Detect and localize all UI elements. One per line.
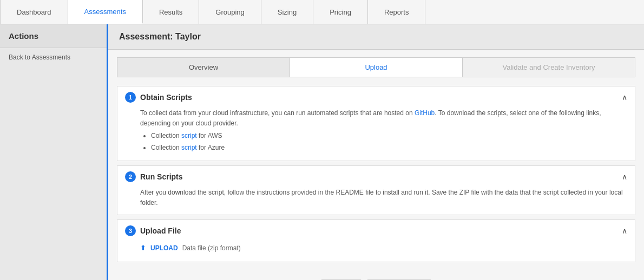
section-upload-file: 3 Upload File ∧ ⬆ UPLOAD Data file (zip … bbox=[117, 219, 635, 262]
back-to-assessments-link[interactable]: Back to Assessments bbox=[0, 48, 107, 66]
section-obtain-scripts: 1 Obtain Scripts ∧ To collect data from … bbox=[117, 86, 635, 161]
aws-script-item: Collection script for AWS bbox=[151, 131, 627, 141]
section-upload-file-body: ⬆ UPLOAD Data file (zip format) bbox=[117, 242, 635, 262]
azure-script-link[interactable]: script bbox=[181, 144, 197, 151]
section-upload-file-toggle[interactable]: ∧ bbox=[622, 226, 627, 235]
section-run-scripts-header: 2 Run Scripts ∧ bbox=[117, 166, 635, 188]
obtain-scripts-text: To collect data from your cloud infrastr… bbox=[140, 109, 601, 127]
top-nav: Dashboard Assessments Results Grouping S… bbox=[0, 0, 644, 24]
main-layout: Actions Back to Assessments Assessment: … bbox=[0, 24, 644, 280]
tab-assessments[interactable]: Assessments bbox=[68, 0, 143, 24]
section-upload-file-label: Upload File bbox=[140, 226, 181, 235]
section-upload-file-header: 3 Upload File ∧ bbox=[117, 220, 635, 242]
azure-script-item: Collection script for Azure bbox=[151, 143, 627, 153]
upload-file-label: Data file (zip format) bbox=[182, 243, 241, 254]
tab-dashboard[interactable]: Dashboard bbox=[0, 0, 68, 24]
sub-tab-overview[interactable]: Overview bbox=[117, 58, 290, 77]
step-2-circle: 2 bbox=[125, 171, 136, 182]
upload-icon: ⬆ bbox=[140, 243, 146, 254]
sub-tab-upload[interactable]: Upload bbox=[290, 58, 463, 77]
aws-script-link[interactable]: script bbox=[181, 132, 197, 139]
step-3-circle: 3 bbox=[125, 225, 136, 236]
run-scripts-text: After you download the script, follow th… bbox=[140, 189, 623, 206]
sidebar: Actions Back to Assessments bbox=[0, 24, 108, 280]
bottom-bar: Back Save & Next bbox=[108, 271, 644, 280]
page-header: Assessment: Taylor bbox=[108, 24, 644, 50]
tab-grouping[interactable]: Grouping bbox=[199, 0, 261, 24]
upload-row: ⬆ UPLOAD Data file (zip format) bbox=[140, 242, 627, 255]
github-link[interactable]: GitHub bbox=[415, 109, 435, 117]
section-run-scripts-title: 2 Run Scripts bbox=[125, 171, 183, 182]
section-obtain-scripts-toggle[interactable]: ∧ bbox=[622, 93, 627, 102]
section-run-scripts-toggle[interactable]: ∧ bbox=[622, 172, 627, 181]
tab-results[interactable]: Results bbox=[143, 0, 199, 24]
sidebar-actions-header: Actions bbox=[0, 24, 107, 48]
section-run-scripts-body: After you download the script, follow th… bbox=[117, 188, 635, 215]
tab-sizing[interactable]: Sizing bbox=[261, 0, 313, 24]
section-upload-file-title: 3 Upload File bbox=[125, 225, 181, 236]
tab-reports[interactable]: Reports bbox=[368, 0, 426, 24]
sections-container: 1 Obtain Scripts ∧ To collect data from … bbox=[117, 86, 635, 262]
section-run-scripts: 2 Run Scripts ∧ After you download the s… bbox=[117, 165, 635, 215]
sub-tab-validate: Validate and Create Inventory bbox=[463, 58, 635, 77]
upload-button[interactable]: UPLOAD bbox=[150, 243, 178, 254]
section-obtain-scripts-title: 1 Obtain Scripts bbox=[125, 92, 192, 103]
sub-tabs: Overview Upload Validate and Create Inve… bbox=[117, 57, 635, 77]
content-area: Assessment: Taylor Overview Upload Valid… bbox=[108, 24, 644, 280]
tab-pricing[interactable]: Pricing bbox=[313, 0, 368, 24]
section-run-scripts-label: Run Scripts bbox=[140, 172, 183, 181]
step-1-circle: 1 bbox=[125, 92, 136, 103]
section-obtain-scripts-label: Obtain Scripts bbox=[140, 93, 192, 102]
section-obtain-scripts-body: To collect data from your cloud infrastr… bbox=[117, 108, 635, 161]
section-obtain-scripts-header: 1 Obtain Scripts ∧ bbox=[117, 86, 635, 108]
scripts-list: Collection script for AWS Collection scr… bbox=[140, 131, 627, 152]
